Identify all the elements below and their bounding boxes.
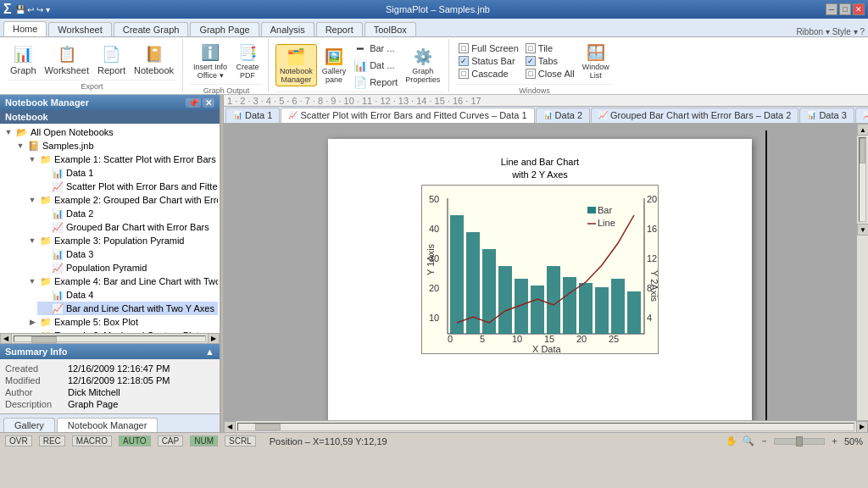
hscroll-track	[237, 423, 854, 431]
notebook-manager-tab[interactable]: Notebook Manager	[57, 418, 159, 432]
tab-analysis[interactable]: Analysis	[261, 22, 314, 36]
insert-info-button[interactable]: ℹ️ Insert InfoOffice ▾	[190, 41, 231, 82]
folder-icon: 📂	[16, 126, 28, 138]
notebook-panel-title: Notebook Manager	[5, 97, 89, 108]
svg-rect-31	[595, 287, 609, 334]
tab-worksheet[interactable]: Worksheet	[48, 22, 111, 36]
ribbon-group-windows: □ Full Screen ✓ Status Bar □ Cascade □ T…	[453, 39, 617, 92]
tree-hscroll[interactable]: ◀ ▶	[0, 333, 220, 343]
panel-pin-button[interactable]: 📌	[186, 98, 201, 108]
zoom-slider[interactable]	[774, 438, 825, 445]
notebook-tree: ▼ 📂 All Open Notebooks ▼ 📔 Samples.jnb ▼…	[0, 124, 220, 333]
tab-graph-page[interactable]: Graph Page	[190, 22, 259, 36]
zoom-in-button[interactable]: ＋	[830, 435, 839, 447]
navigate-buttons: 🗂️ NotebookManager 🖼️ Gallerypane ━ Bar …	[275, 41, 443, 90]
hand-tool-icon[interactable]: ✋	[726, 435, 737, 446]
hscroll-left[interactable]: ◀	[224, 421, 236, 433]
close-button[interactable]: ✕	[853, 3, 865, 15]
doc-tab-scatter[interactable]: 📈 Scatter Plot with Error Bars and Fitte…	[281, 108, 534, 123]
tree-item-ex1[interactable]: ▼ 📁 Example 1: Scatter Plot with Error B…	[25, 152, 218, 166]
horizontal-scrollbar[interactable]: ◀ ▶	[224, 420, 868, 432]
gallery-pane-button[interactable]: 🖼️ Gallerypane	[319, 45, 350, 86]
status-macro: MACRO	[72, 435, 112, 446]
svg-text:4: 4	[647, 313, 652, 323]
zoom-out-button[interactable]: －	[760, 435, 769, 447]
tree-item-population[interactable]: ▶ 📈 Population Pyramid	[37, 261, 218, 274]
graph-properties-button[interactable]: ⚙️ GraphProperties	[402, 45, 443, 86]
tree-item-ex4[interactable]: ▼ 📁 Example 4: Bar and Line Chart with T…	[25, 274, 218, 288]
tree-item-scatter-plot[interactable]: ▶ 📈 Scatter Plot with Error Bars and Fit…	[37, 180, 218, 193]
closeall-check[interactable]: □ Close All	[523, 68, 577, 80]
tree-item-ex3[interactable]: ▼ 📁 Example 3: Population Pyramid	[25, 234, 218, 247]
report-small-button[interactable]: 📄 Report	[351, 75, 400, 90]
create-pdf-icon: 📑	[237, 42, 258, 63]
panel-close-button[interactable]: ✕	[203, 98, 214, 108]
tree-item-all-notebooks[interactable]: ▼ 📂 All Open Notebooks	[2, 125, 218, 139]
report-button[interactable]: 📄 Report	[94, 42, 129, 77]
create-pdf-button[interactable]: 📑 CreatePDF	[232, 41, 263, 82]
graph-button[interactable]: 📊 Graph	[7, 42, 40, 77]
tab-create-graph[interactable]: Create Graph	[114, 22, 189, 36]
doc-tab-popu[interactable]: 📈 Popu...	[855, 108, 868, 123]
tab-report[interactable]: Report	[316, 22, 363, 36]
windows-checkboxes: □ Full Screen ✓ Status Bar □ Cascade	[456, 42, 521, 80]
svg-text:Y 1Axis: Y 1Axis	[426, 243, 436, 275]
zoom-level: 50%	[844, 436, 863, 446]
statusbar-check[interactable]: ✓ Status Bar	[456, 55, 521, 67]
doc-tab-grouped[interactable]: 📈 Grouped Bar Chart with Error Bars – Da…	[591, 108, 798, 123]
tree-item-ex2[interactable]: ▼ 📁 Example 2: Grouped Bar Chart with Er…	[25, 193, 218, 207]
vscroll-up[interactable]: ▲	[857, 124, 868, 136]
hscroll-right[interactable]: ▶	[856, 421, 868, 433]
ribbon-style-controls[interactable]: Ribbon ▾ Style ▾ ?	[796, 27, 865, 36]
insert-info-icon: ℹ️	[200, 42, 220, 63]
tree-item-data1[interactable]: ▶ 📊 Data 1	[37, 166, 218, 180]
vertical-scrollbar[interactable]: ▲ ▼	[856, 124, 868, 420]
svg-rect-34	[587, 207, 596, 214]
ribbon: 📊 Graph 📋 Worksheet 📄 Report 📔 Notebook …	[0, 37, 868, 95]
doc-tab-data3[interactable]: 📊 Data 3	[799, 108, 854, 123]
tree-item-samples[interactable]: ▼ 📔 Samples.jnb	[14, 139, 218, 152]
tab-toolbox[interactable]: ToolBox	[364, 22, 416, 36]
expand-icon: ▼	[15, 141, 25, 151]
status-num: NUM	[190, 435, 218, 446]
doc-tab-icon-grouped: 📈	[598, 111, 608, 119]
notebook-panel-header: Notebook Manager 📌 ✕	[0, 95, 220, 110]
tree-item-bar-line[interactable]: ▶ 📈 Bar and Line Chart with Two Y Axes	[37, 302, 218, 315]
tabs-check[interactable]: ✓ Tabs	[523, 55, 577, 67]
cascade-check[interactable]: □ Cascade	[456, 68, 521, 80]
tree-item-data4[interactable]: ▶ 📊 Data 4	[37, 288, 218, 302]
svg-text:25: 25	[609, 334, 619, 344]
gallery-tab[interactable]: Gallery	[3, 418, 55, 432]
doc-tab-data1[interactable]: 📊 Data 1	[225, 108, 280, 123]
windows-checkboxes-right: □ Tile ✓ Tabs □ Close All	[523, 42, 577, 80]
svg-rect-27	[531, 286, 544, 334]
horizontal-ruler: 1 · 2 · 3 · 4 · 5 · 6 · 7 · 8 · 9 · 10 ·…	[224, 95, 868, 107]
tree-item-data3[interactable]: ▶ 📊 Data 3	[37, 247, 218, 261]
dat-button[interactable]: 📊 Dat ...	[351, 58, 400, 73]
tree-item-grouped-bar[interactable]: ▶ 📈 Grouped Bar Chart with Error Bars	[37, 220, 218, 234]
status-auto: AUTO	[119, 435, 151, 446]
notebook-button[interactable]: 📔 Notebook	[131, 42, 177, 77]
fullscreen-check[interactable]: □ Full Screen	[456, 42, 521, 54]
tile-check[interactable]: □ Tile	[523, 42, 577, 54]
graph-output-label: Graph Output	[190, 84, 263, 95]
hscroll-track	[14, 336, 206, 342]
tree-item-data2[interactable]: ▶ 📊 Data 2	[37, 207, 218, 220]
minimize-button[interactable]: ─	[826, 3, 837, 15]
page-separator	[765, 130, 767, 420]
tab-home[interactable]: Home	[3, 21, 47, 36]
worksheet-button[interactable]: 📋 Worksheet	[42, 42, 92, 77]
report-icon: 📄	[101, 44, 121, 64]
tree-item-ex5[interactable]: ▶ 📁 Example 5: Box Plot	[25, 315, 218, 329]
svg-text:Line: Line	[598, 218, 615, 228]
doc-tab-data2[interactable]: 📊 Data 2	[536, 108, 590, 123]
summary-row-description: Description Graph Page	[3, 398, 216, 410]
bar-button[interactable]: ━ Bar ...	[351, 41, 400, 56]
vscroll-down[interactable]: ▼	[857, 224, 868, 236]
page-area: Line and Bar Chart with 2 Y Axes 50 40 3…	[328, 130, 752, 420]
maximize-button[interactable]: □	[839, 3, 851, 15]
search-icon[interactable]: 🔍	[743, 435, 754, 446]
notebook-manager-button[interactable]: 🗂️ NotebookManager	[275, 44, 317, 87]
description-label: Description	[5, 399, 64, 409]
window-list-button[interactable]: 🪟 WindowList	[579, 41, 613, 82]
